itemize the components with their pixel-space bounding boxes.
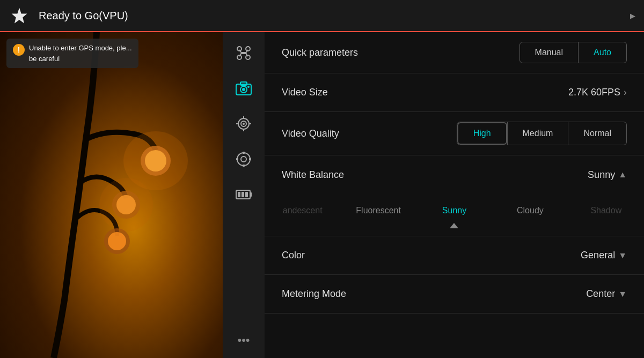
svg-rect-35: [249, 158, 251, 160]
svg-rect-13: [240, 52, 247, 54]
header-title: Ready to Go(VPU): [39, 10, 128, 22]
svg-point-30: [237, 153, 250, 166]
white-balance-options: andescent Fluorescent Sunny Cloudy Shado…: [265, 194, 644, 221]
white-balance-label: White Balance: [282, 169, 344, 181]
video-size-value: 2.7K 60FPS ›: [568, 87, 627, 98]
quick-params-toggle: Manual Auto: [519, 42, 627, 63]
svg-rect-33: [243, 165, 245, 167]
color-row: Color General ▼: [265, 236, 644, 275]
svg-point-20: [242, 88, 245, 91]
svg-marker-0: [12, 8, 27, 24]
quick-parameters-row: Quick parameters Manual Auto: [265, 32, 644, 73]
wb-incandescent[interactable]: andescent: [265, 200, 340, 221]
sidebar-item-record[interactable]: [228, 144, 259, 175]
sidebar-item-battery[interactable]: [228, 179, 259, 210]
quality-normal-button[interactable]: Normal: [568, 122, 626, 145]
settings-panel: Quick parameters Manual Auto Video Size …: [265, 32, 644, 358]
logo: [9, 5, 30, 26]
svg-point-31: [241, 156, 246, 162]
signal-info: ▶: [630, 11, 635, 20]
sidebar: •••: [223, 32, 265, 358]
wb-fluorescent[interactable]: Fluorescent: [340, 200, 416, 221]
warning-text: Unable to enter GPS mode, ple...be caref…: [29, 43, 132, 64]
wb-shadow[interactable]: Shadow: [568, 200, 644, 221]
wb-sunny[interactable]: Sunny: [416, 200, 492, 221]
svg-point-25: [243, 123, 245, 125]
metering-mode-chevron: ▼: [618, 289, 627, 299]
color-label: Color: [282, 250, 305, 261]
header: Ready to Go(VPU) ▶: [0, 0, 644, 32]
metering-mode-label: Metering Mode: [282, 288, 346, 300]
manual-button[interactable]: Manual: [520, 42, 579, 63]
lamp-silhouette: [0, 32, 223, 358]
white-balance-indicator: [450, 223, 458, 228]
video-quality-label: Video Quality: [282, 128, 339, 139]
quick-parameters-label: Quick parameters: [282, 47, 358, 58]
svg-rect-38: [238, 192, 240, 197]
svg-point-8: [99, 178, 153, 232]
video-size-row[interactable]: Video Size 2.7K 60FPS ›: [265, 73, 644, 112]
svg-rect-40: [245, 192, 248, 197]
svg-rect-37: [250, 192, 252, 197]
sidebar-item-camera[interactable]: [228, 73, 259, 104]
main-content: ! Unable to enter GPS mode, ple...be car…: [0, 32, 644, 358]
color-chevron: ▼: [618, 251, 627, 260]
white-balance-value: Sunny: [588, 169, 615, 181]
wb-cloudy[interactable]: Cloudy: [492, 200, 568, 221]
sidebar-more-button[interactable]: •••: [232, 328, 255, 353]
color-value: General: [581, 250, 615, 261]
sidebar-item-gimbal[interactable]: [228, 108, 259, 139]
color-dropdown[interactable]: General ▼: [581, 250, 627, 261]
video-size-label: Video Size: [282, 87, 328, 98]
video-quality-toggle: High Medium Normal: [457, 122, 627, 145]
svg-rect-32: [243, 152, 245, 154]
white-balance-dropdown[interactable]: Sunny ▲: [588, 169, 627, 181]
metering-mode-row: Metering Mode Center ▼: [265, 275, 644, 314]
auto-button[interactable]: Auto: [579, 42, 626, 63]
video-quality-row: Video Quality High Medium Normal: [265, 112, 644, 155]
svg-rect-39: [241, 192, 244, 197]
metering-mode-dropdown[interactable]: Center ▼: [586, 288, 627, 300]
warning-icon: !: [13, 44, 25, 56]
svg-point-22: [247, 86, 250, 88]
sidebar-item-drone[interactable]: [228, 38, 259, 69]
quality-medium-button[interactable]: Medium: [507, 122, 568, 145]
metering-mode-value: Center: [586, 288, 615, 300]
white-balance-section: White Balance Sunny ▲ andescent Fluoresc…: [265, 155, 644, 236]
svg-point-6: [108, 232, 126, 250]
svg-rect-34: [236, 158, 238, 160]
video-size-chevron: ›: [624, 87, 627, 98]
camera-preview: ! Unable to enter GPS mode, ple...be car…: [0, 32, 223, 358]
white-balance-chevron: ▲: [618, 170, 627, 180]
white-balance-header: White Balance Sunny ▲: [265, 155, 644, 194]
white-balance-indicator-row: [265, 221, 644, 236]
warning-overlay: ! Unable to enter GPS mode, ple...be car…: [6, 39, 138, 68]
quality-high-button[interactable]: High: [457, 122, 507, 145]
